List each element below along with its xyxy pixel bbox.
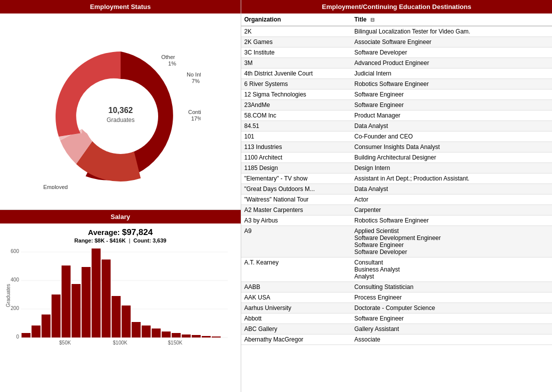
- org-cell: A.T. Kearney: [241, 258, 351, 282]
- org-cell: 3M: [241, 58, 351, 68]
- title-cell: Judicial Intern: [351, 68, 552, 79]
- table-row: 84.51Data Analyst: [241, 121, 552, 132]
- cont-ed-label: Continuing Education: [188, 109, 201, 115]
- org-cell: 3C Institute: [241, 48, 351, 58]
- salary-count-label: Count:: [133, 238, 151, 244]
- svg-rect-9: [22, 333, 31, 338]
- org-cell: Abbott: [241, 314, 351, 324]
- table-row: "Great Days Outdoors M...Data Analyst: [241, 184, 552, 194]
- title-cell: Data Analyst: [351, 121, 552, 132]
- destinations-table-container[interactable]: Organization Title ⊟ 2KBilingual Localiz…: [241, 14, 552, 392]
- svg-rect-19: [122, 306, 131, 338]
- salary-range: Range: $8K - $416K | Count: 3,639: [0, 238, 241, 244]
- destinations-table: Organization Title ⊟ 2KBilingual Localiz…: [241, 14, 552, 345]
- employment-status-header: Employment Status: [0, 0, 241, 14]
- org-cell: 2K Games: [241, 37, 351, 48]
- no-info-percent: 7%: [192, 78, 200, 84]
- salary-stats: Average: $97,824 Range: $8K - $416K | Co…: [0, 224, 241, 246]
- salary-count-value: 3,639: [153, 238, 167, 244]
- svg-text:Graduates: Graduates: [6, 284, 11, 308]
- org-cell: "Elementary" - TV show: [241, 174, 351, 184]
- col-title-header: Title ⊟: [351, 14, 552, 26]
- table-row: 4th District Juvenile CourtJudicial Inte…: [241, 68, 552, 79]
- svg-text:$100K: $100K: [113, 340, 128, 346]
- org-cell: 12 Sigma Technologies: [241, 90, 351, 100]
- table-row: 58.COM IncProduct Manager: [241, 110, 552, 121]
- table-row: 3C InstituteSoftware Developer: [241, 48, 552, 58]
- table-row: A9Applied ScientistSoftware Development …: [241, 226, 552, 258]
- org-cell: 1100 Architect: [241, 152, 351, 163]
- salary-header: Salary: [0, 210, 241, 224]
- org-cell: 84.51: [241, 121, 351, 132]
- org-cell: Abernathy MacGregor: [241, 334, 351, 345]
- svg-rect-23: [162, 332, 171, 338]
- table-row: AABBConsulting Statistician: [241, 282, 552, 292]
- svg-rect-25: [182, 334, 191, 338]
- title-cell: Robotics Software Engineer: [351, 216, 552, 226]
- table-row: Abernathy MacGregorAssociate: [241, 334, 552, 345]
- filter-icon[interactable]: ⊟: [370, 17, 374, 22]
- left-panel: Employment Status: [0, 0, 241, 392]
- employment-status-section: Employment Status: [0, 0, 241, 210]
- salary-section: Salary Average: $97,824 Range: $8K - $41…: [0, 210, 241, 392]
- svg-rect-28: [212, 336, 221, 338]
- table-row: Aarhus UniversityDoctorate - Computer Sc…: [241, 303, 552, 314]
- org-cell: AABB: [241, 282, 351, 292]
- org-cell: 58.COM Inc: [241, 110, 351, 121]
- svg-rect-17: [102, 260, 111, 338]
- svg-text:$150K: $150K: [168, 340, 183, 346]
- title-cell: Software Developer: [351, 48, 552, 58]
- svg-rect-27: [202, 336, 211, 338]
- title-cell: Associate Software Engineer: [351, 37, 552, 48]
- no-info-label: No Information Available: [187, 72, 201, 78]
- org-cell: 6 River Systems: [241, 79, 351, 90]
- table-row: ABC GalleryGallery Assistant: [241, 324, 552, 334]
- employed-label: Employed: [43, 184, 68, 189]
- title-cell: ConsultantBusiness AnalystAnalyst: [351, 258, 552, 282]
- svg-text:400: 400: [11, 277, 19, 282]
- donut-container: 10,362 Graduates Other 1% No Information…: [0, 14, 241, 210]
- org-cell: A9: [241, 226, 351, 258]
- table-row: 2KBilingual Localization Tester for Vide…: [241, 26, 552, 37]
- org-cell: 1185 Design: [241, 163, 351, 174]
- svg-rect-18: [112, 296, 121, 338]
- title-cell: Process Engineer: [351, 292, 552, 303]
- right-panel: Employment/Continuing Education Destinat…: [241, 0, 552, 392]
- org-cell: 2K: [241, 26, 351, 37]
- title-cell: Gallery Assistant: [351, 324, 552, 334]
- title-cell: Software Engineer: [351, 100, 552, 110]
- svg-rect-20: [132, 322, 141, 338]
- svg-rect-12: [52, 294, 61, 338]
- table-row: A3 by AirbusRobotics Software Engineer: [241, 216, 552, 226]
- title-cell: Associate: [351, 334, 552, 345]
- title-cell: Design Intern: [351, 163, 552, 174]
- org-cell: AAK USA: [241, 292, 351, 303]
- title-cell: Bilingual Localization Tester for Video …: [351, 26, 552, 37]
- title-cell: Doctorate - Computer Science: [351, 303, 552, 314]
- table-row: 6 River SystemsRobotics Software Enginee…: [241, 79, 552, 90]
- svg-text:600: 600: [11, 248, 19, 254]
- org-cell: 23AndMe: [241, 100, 351, 110]
- center-count: 10,362: [108, 106, 133, 114]
- salary-range-value: $8K - $416K: [95, 238, 126, 244]
- org-cell: "Great Days Outdoors M...: [241, 184, 351, 194]
- title-cell: Carpenter: [351, 205, 552, 216]
- title-cell: Assistant in Art Dept.; Production Assis…: [351, 174, 552, 184]
- col-org-header: Organization: [241, 14, 351, 26]
- salary-chart-wrapper: 600 400 200 0 Graduates: [0, 246, 241, 392]
- org-cell: 4th District Juvenile Court: [241, 68, 351, 79]
- table-row: 3MAdvanced Product Engineer: [241, 58, 552, 68]
- table-row: A2 Master CarpentersCarpenter: [241, 205, 552, 216]
- org-cell: 113 Industries: [241, 142, 351, 152]
- title-cell: Software Engineer: [351, 314, 552, 324]
- salary-average: Average: $97,824: [0, 228, 241, 238]
- title-cell: Software Engineer: [351, 90, 552, 100]
- org-cell: "Waitress" National Tour: [241, 194, 351, 205]
- svg-rect-24: [172, 333, 181, 338]
- title-cell: Data Analyst: [351, 184, 552, 194]
- salary-range-label: Range:: [75, 238, 93, 244]
- title-cell: Applied ScientistSoftware Development En…: [351, 226, 552, 258]
- table-row: 1185 DesignDesign Intern: [241, 163, 552, 174]
- title-cell: Consulting Statistician: [351, 282, 552, 292]
- title-cell: Robotics Software Engineer: [351, 79, 552, 90]
